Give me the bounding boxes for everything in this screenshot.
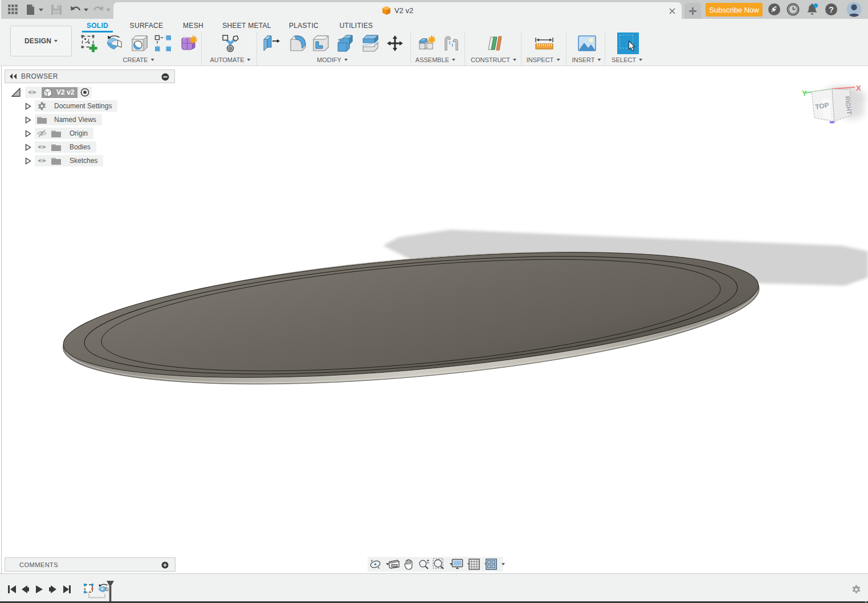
folder-icon (51, 156, 62, 165)
press-pull-button[interactable] (262, 34, 280, 52)
extensions-button[interactable] (768, 0, 781, 19)
pattern-button[interactable] (154, 34, 172, 52)
hole-icon (131, 34, 149, 52)
display-settings-icon[interactable] (451, 559, 463, 570)
tree-collapse-arrow-icon[interactable] (25, 144, 31, 151)
timeline-step-back-button[interactable] (21, 585, 30, 594)
activate-radio-icon[interactable] (80, 88, 89, 97)
group-label-insert[interactable]: INSERT (572, 56, 601, 63)
timeline-skip-end-button[interactable] (63, 585, 71, 594)
group-label-create[interactable]: CREATE (123, 56, 154, 63)
view-navbar (368, 557, 503, 572)
viewcube-cube[interactable]: TOP RIGHT (812, 89, 853, 121)
group-label-automate[interactable]: AUTOMATE (210, 56, 250, 63)
app-grid-icon[interactable] (8, 0, 18, 19)
combine-button[interactable] (336, 34, 354, 52)
document-tab[interactable]: V2 v2 (113, 2, 682, 19)
zoom-tool-icon[interactable] (418, 559, 430, 570)
tree-expand-icon[interactable] (11, 88, 21, 97)
help-glyph: ? (829, 5, 834, 14)
measure-button[interactable] (535, 34, 553, 52)
group-label-construct[interactable]: CONSTRUCT (471, 56, 516, 63)
tab-utilities[interactable]: UTILITIES (340, 22, 373, 30)
group-label-select[interactable]: SELECT (612, 56, 642, 63)
construct-plane-button[interactable] (485, 34, 503, 52)
save-button[interactable] (51, 0, 62, 19)
tree-collapse-arrow-icon[interactable] (25, 157, 31, 165)
group-label-modify[interactable]: MODIFY (317, 56, 348, 63)
tree-collapse-arrow-icon[interactable] (25, 103, 31, 110)
document-cube-icon (382, 6, 391, 15)
tree-row-origin[interactable]: Origin (0, 128, 93, 139)
pan-tool-icon[interactable] (403, 559, 414, 570)
revolve-button[interactable] (105, 34, 124, 52)
timeline-play-button[interactable] (35, 585, 43, 594)
zoom-window-tool-icon[interactable] (433, 558, 445, 571)
avatar[interactable] (846, 0, 862, 19)
tree-collapse-arrow-icon[interactable] (25, 130, 31, 137)
subscribe-button[interactable]: Subscribe Now (706, 3, 763, 17)
move-copy-icon (386, 34, 404, 52)
tree-row-sketches[interactable]: Sketches (0, 155, 103, 166)
tree-row-document-settings[interactable]: Document Settings (0, 100, 117, 112)
minimize-panel-icon[interactable] (161, 73, 169, 81)
group-label-inspect[interactable]: INSPECT (527, 56, 560, 63)
comments-bar[interactable]: COMMENTS (5, 557, 176, 572)
notifications-button[interactable] (805, 0, 819, 19)
press-pull-icon (262, 34, 280, 52)
root-node[interactable]: V2 v2 (42, 87, 78, 98)
visibility-off-eye-icon[interactable] (37, 129, 47, 138)
axis-x-label: X (856, 84, 861, 92)
timeline-playhead[interactable] (105, 580, 115, 603)
visibility-eye-icon[interactable] (37, 142, 47, 152)
shell-button[interactable] (312, 34, 330, 52)
tab-close-button[interactable] (667, 6, 677, 15)
hole-button[interactable] (131, 34, 149, 52)
tree-row-bodies[interactable]: Bodies (0, 141, 96, 153)
joint-button[interactable] (442, 34, 461, 52)
visibility-eye-icon[interactable] (37, 156, 47, 165)
viewport-canvas[interactable]: BROWSER V2 v2 (0, 66, 868, 573)
tree-item-label: Bodies (70, 143, 91, 151)
tab-plastic[interactable]: PLASTIC (289, 22, 319, 30)
fillet-button[interactable] (289, 34, 307, 52)
tab-sheet-metal[interactable]: SHEET METAL (222, 22, 271, 30)
viewcube[interactable]: TOP RIGHT Y X (795, 77, 868, 140)
tree-row-root[interactable]: V2 v2 (0, 87, 92, 98)
tree-collapse-arrow-icon[interactable] (25, 116, 31, 124)
create-sketch-button[interactable] (80, 34, 99, 52)
new-tab-button[interactable] (684, 3, 701, 19)
dropdown-caret-icon[interactable] (502, 563, 505, 565)
look-at-tool-icon[interactable] (389, 559, 400, 569)
job-status-button[interactable] (787, 0, 800, 19)
orbit-tool-icon[interactable] (369, 559, 381, 570)
timeline-step-forward-button[interactable] (48, 585, 57, 594)
help-button[interactable]: ? (825, 0, 838, 19)
grid-display-icon[interactable] (468, 559, 480, 570)
timeline-group-bracket (88, 594, 105, 598)
timeline-settings-gear-icon[interactable] (851, 585, 861, 594)
create-form-button[interactable] (178, 34, 197, 52)
workspace-selector[interactable]: DESIGN (10, 26, 72, 56)
viewports-icon[interactable] (486, 559, 497, 570)
redo-button[interactable] (92, 0, 112, 19)
combine-icon (336, 34, 354, 52)
new-component-button[interactable] (418, 34, 436, 52)
move-copy-button[interactable] (386, 34, 404, 52)
insert-button[interactable] (577, 34, 596, 52)
timeline-skip-start-button[interactable] (7, 585, 16, 594)
tree-row-named-views[interactable]: Named Views (0, 114, 102, 125)
tab-solid[interactable]: SOLID (87, 22, 108, 30)
automate-button[interactable] (221, 34, 239, 52)
tab-mesh[interactable]: MESH (183, 22, 203, 30)
visibility-eye-icon[interactable] (27, 88, 37, 97)
group-label-assemble[interactable]: ASSEMBLE (415, 56, 455, 63)
undo-button[interactable] (70, 0, 89, 19)
timeline-sketch-feature[interactable] (83, 583, 95, 594)
component-cube-icon (43, 88, 52, 97)
add-comment-icon[interactable] (161, 561, 169, 569)
split-body-button[interactable] (361, 34, 380, 52)
tab-surface[interactable]: SURFACE (130, 22, 164, 30)
browser-header[interactable]: BROWSER (5, 70, 175, 83)
file-menu-button[interactable] (26, 0, 43, 19)
